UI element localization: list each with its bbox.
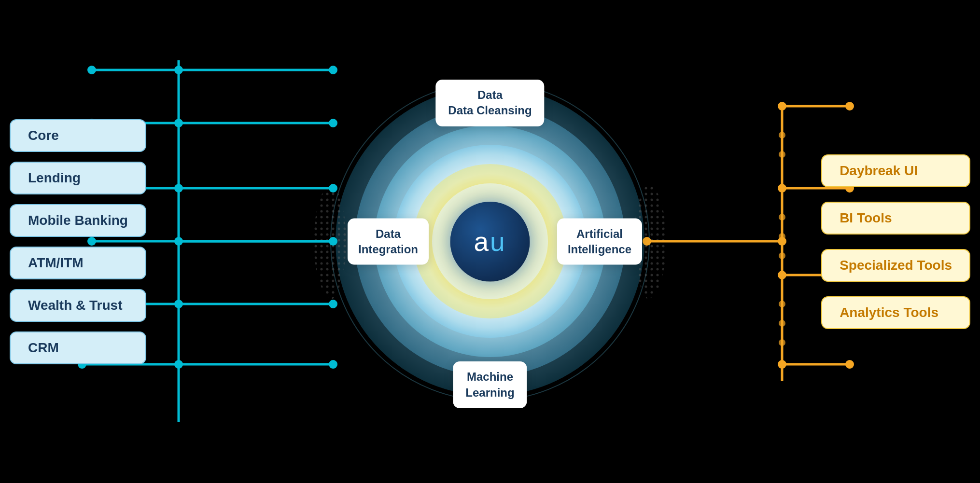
svg-point-61 [779, 214, 785, 221]
svg-point-47 [778, 102, 786, 110]
right-node-daybreak-ui: Daybreak UI [821, 154, 970, 187]
au-logo-circle: au [450, 202, 530, 281]
svg-point-31 [174, 237, 183, 246]
left-nodes: Core Lending Mobile Banking ATM/ITM Weal… [10, 119, 146, 364]
artificial-intelligence-box: ArtificialIntelligence [557, 218, 642, 265]
svg-point-66 [779, 339, 785, 346]
au-logo-text: au [474, 226, 506, 257]
svg-point-16 [174, 66, 183, 74]
svg-point-36 [174, 300, 183, 308]
svg-point-18 [87, 66, 96, 74]
svg-point-62 [779, 233, 785, 240]
svg-point-30 [329, 237, 337, 246]
diagram-container: Core Lending Mobile Banking ATM/ITM Weal… [0, 0, 980, 483]
right-node-bi-tools: BI Tools [821, 202, 970, 235]
data-cleansing-box: DataData Cleansing [435, 80, 544, 126]
left-node-crm: CRM [10, 331, 146, 364]
data-integration-box: DataIntegration [348, 218, 429, 265]
svg-point-21 [174, 119, 183, 127]
svg-point-40 [329, 360, 337, 369]
machine-learning-box: MachineLearning [453, 361, 527, 408]
left-node-mobile-banking: Mobile Banking [10, 204, 146, 237]
right-node-specialized-tools: Specialized Tools [821, 249, 970, 282]
svg-point-11 [314, 183, 352, 299]
svg-point-2 [303, 179, 346, 304]
svg-point-41 [174, 360, 183, 369]
right-node-analytics-tools: Analytics Tools [821, 296, 970, 329]
svg-point-26 [174, 184, 183, 193]
svg-point-63 [779, 252, 785, 259]
left-node-atm-itm: ATM/ITM [10, 247, 146, 279]
left-node-lending: Lending [10, 162, 146, 194]
svg-point-59 [779, 132, 785, 138]
svg-point-56 [778, 360, 786, 369]
svg-point-35 [329, 300, 337, 308]
left-node-core: Core [10, 119, 146, 152]
svg-point-58 [845, 360, 854, 369]
svg-point-53 [778, 271, 786, 279]
svg-point-49 [845, 102, 854, 110]
svg-point-15 [329, 66, 337, 74]
left-node-wealth-trust: Wealth & Trust [10, 289, 146, 322]
svg-point-20 [329, 119, 337, 127]
svg-point-68 [778, 237, 786, 246]
svg-point-25 [329, 184, 337, 193]
svg-point-65 [779, 320, 785, 327]
right-nodes: Daybreak UI BI Tools Specialized Tools A… [821, 154, 970, 329]
svg-point-60 [779, 151, 785, 158]
svg-point-64 [779, 301, 785, 307]
svg-point-67 [643, 237, 651, 246]
svg-point-50 [778, 184, 786, 193]
